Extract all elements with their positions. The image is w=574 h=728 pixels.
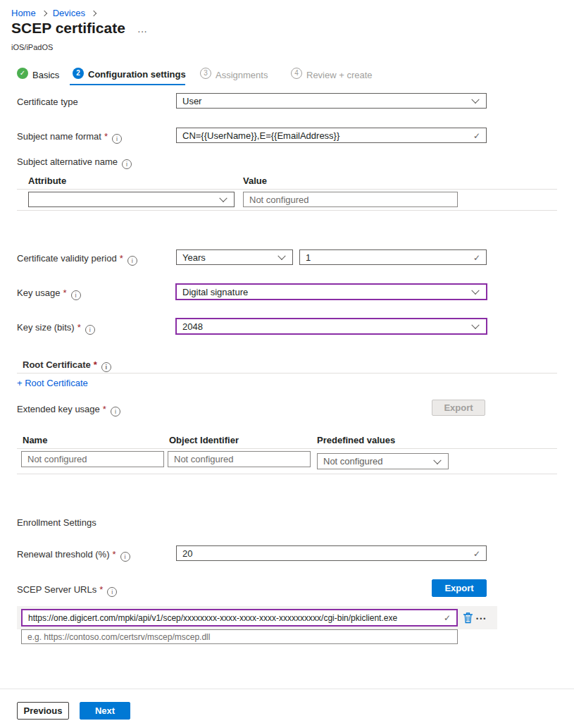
key-size-dropdown[interactable]: 2048 bbox=[175, 318, 487, 335]
step-3-icon: 3 bbox=[200, 68, 211, 79]
subject-alternative-name-text: Subject alternative name bbox=[17, 156, 118, 167]
key-size-value: 2048 bbox=[182, 321, 203, 332]
info-icon[interactable]: i bbox=[111, 407, 120, 417]
eku-oid-input[interactable] bbox=[168, 451, 311, 467]
san-attribute-dropdown[interactable] bbox=[28, 192, 235, 207]
divider bbox=[17, 210, 557, 211]
key-size-label: Key size (bits)*i bbox=[17, 322, 95, 335]
subject-name-format-input[interactable] bbox=[176, 128, 487, 143]
san-value-input[interactable] bbox=[243, 192, 458, 207]
info-icon[interactable]: i bbox=[107, 587, 117, 597]
renewal-threshold-text: Renewal threshold (%) bbox=[17, 549, 110, 560]
certificate-type-dropdown[interactable]: User bbox=[176, 93, 487, 109]
chevron-down-icon bbox=[471, 287, 479, 295]
san-attribute-header: Attribute bbox=[28, 175, 66, 186]
info-icon[interactable]: i bbox=[122, 159, 132, 169]
chevron-down-icon bbox=[433, 456, 441, 464]
required-marker: * bbox=[103, 404, 106, 414]
chevron-down-icon bbox=[277, 252, 285, 260]
check-circle-icon: ✓ bbox=[17, 68, 28, 79]
required-marker: * bbox=[94, 359, 97, 370]
active-tab-underline bbox=[70, 84, 185, 85]
certificate-type-value: User bbox=[182, 96, 201, 106]
key-usage-label: Key usage*i bbox=[17, 288, 81, 300]
divider bbox=[17, 373, 557, 374]
required-marker: * bbox=[99, 584, 103, 595]
certificate-validity-period-label: Certificate validity period*i bbox=[17, 253, 137, 266]
required-marker: * bbox=[113, 549, 116, 560]
renewal-threshold-input[interactable] bbox=[176, 545, 487, 561]
enrollment-settings-heading: Enrollment Settings bbox=[17, 517, 96, 528]
chevron-down-icon bbox=[471, 321, 479, 329]
eku-name-header: Name bbox=[23, 435, 47, 445]
next-button[interactable]: Next bbox=[80, 702, 130, 720]
tab-assignments[interactable]: Assignments bbox=[216, 70, 268, 80]
chevron-right-icon bbox=[91, 11, 96, 16]
info-icon[interactable]: i bbox=[112, 134, 122, 144]
scep-url-input[interactable] bbox=[21, 609, 458, 627]
info-icon[interactable]: i bbox=[120, 552, 130, 562]
validity-unit-value: Years bbox=[182, 252, 206, 263]
tab-configuration-settings[interactable]: Configuration settings bbox=[88, 69, 186, 80]
key-usage-dropdown[interactable]: Digital signature bbox=[175, 283, 487, 300]
eku-name-input[interactable] bbox=[21, 451, 164, 467]
breadcrumb: HomeDevices bbox=[11, 6, 102, 19]
extended-key-usage-label: Extended key usage*i bbox=[17, 404, 120, 417]
page-subtitle: iOS/iPadOS bbox=[11, 43, 53, 51]
divider bbox=[17, 448, 557, 449]
page-title: SCEP certificate bbox=[11, 20, 125, 37]
renewal-threshold-label: Renewal threshold (%)*i bbox=[17, 549, 130, 562]
eku-predefined-value: Not configured bbox=[323, 456, 383, 467]
extended-key-usage-export-button[interactable]: Export bbox=[432, 400, 485, 416]
scep-server-urls-label: SCEP Server URLs*i bbox=[17, 584, 117, 597]
required-marker: * bbox=[120, 253, 123, 264]
add-root-certificate-link[interactable]: + Root Certificate bbox=[17, 378, 88, 388]
info-icon[interactable]: i bbox=[85, 325, 95, 335]
breadcrumb-link-devices[interactable]: Devices bbox=[53, 8, 85, 18]
divider bbox=[17, 474, 557, 474]
divider bbox=[17, 189, 557, 190]
tab-basics[interactable]: Basics bbox=[32, 70, 59, 80]
required-marker: * bbox=[77, 322, 81, 333]
subject-alternative-name-label: Subject alternative namei bbox=[17, 156, 132, 169]
previous-button[interactable]: Previous bbox=[17, 702, 69, 720]
info-icon[interactable]: i bbox=[71, 290, 81, 300]
root-certificate-label: Root Certificate*i bbox=[23, 359, 111, 372]
extended-key-usage-text: Extended key usage bbox=[17, 404, 100, 414]
breadcrumb-link-home[interactable]: Home bbox=[11, 8, 36, 18]
info-icon[interactable]: i bbox=[101, 362, 111, 372]
san-value-header: Value bbox=[243, 175, 267, 186]
key-size-text: Key size (bits) bbox=[17, 322, 75, 333]
more-horizontal-icon[interactable]: ••• bbox=[476, 615, 487, 622]
scep-certificate-page: HomeDevices SCEP certificate ··· iOS/iPa… bbox=[0, 0, 574, 728]
tab-review-create[interactable]: Review + create bbox=[306, 70, 373, 80]
subject-name-format-label: Subject name format*i bbox=[17, 131, 122, 144]
required-marker: * bbox=[104, 131, 108, 142]
root-certificate-text: Root Certificate bbox=[23, 359, 91, 370]
info-icon[interactable]: i bbox=[127, 256, 137, 266]
more-horizontal-icon[interactable]: ··· bbox=[137, 25, 147, 37]
scep-server-urls-text: SCEP Server URLs bbox=[17, 584, 96, 595]
validity-unit-dropdown[interactable]: Years bbox=[176, 249, 293, 265]
scep-url-new-input[interactable] bbox=[21, 629, 458, 644]
footer-divider bbox=[0, 689, 574, 689]
eku-predefined-dropdown[interactable]: Not configured bbox=[317, 453, 449, 469]
chevron-right-icon bbox=[41, 11, 46, 16]
validity-amount-input[interactable] bbox=[299, 249, 487, 265]
scep-urls-export-button[interactable]: Export bbox=[432, 579, 487, 597]
certificate-validity-period-text: Certificate validity period bbox=[17, 253, 117, 264]
required-marker: * bbox=[63, 288, 66, 298]
eku-oid-header: Object Identifier bbox=[169, 435, 239, 445]
step-4-icon: 4 bbox=[291, 68, 302, 79]
eku-predefined-header: Predefined values bbox=[317, 435, 395, 445]
certificate-type-label: Certificate type bbox=[17, 97, 78, 107]
chevron-down-icon bbox=[219, 195, 227, 202]
chevron-down-icon bbox=[471, 96, 479, 104]
step-2-icon: 2 bbox=[73, 68, 84, 79]
key-usage-value: Digital signature bbox=[182, 287, 248, 297]
subject-name-format-text: Subject name format bbox=[17, 131, 101, 142]
key-usage-text: Key usage bbox=[17, 288, 60, 298]
trash-icon[interactable] bbox=[463, 612, 473, 627]
